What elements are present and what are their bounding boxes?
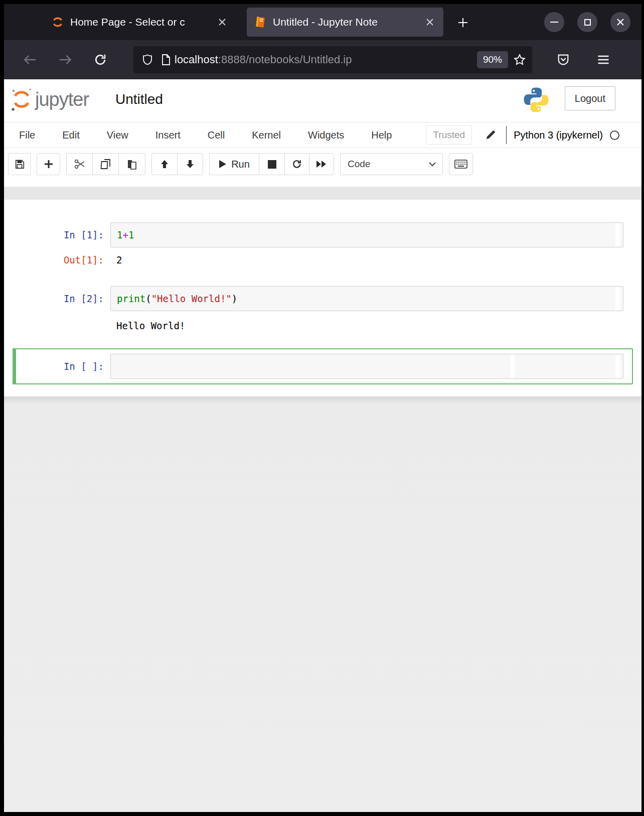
kernel-name: Python 3 (ipykernel) xyxy=(514,129,603,141)
code-editor-empty[interactable] xyxy=(110,354,623,379)
code-token: ) xyxy=(232,293,237,304)
tab-title: Home Page - Select or c xyxy=(70,16,216,28)
browser-nav-toolbar: localhost:8888/notebooks/Untitled.ip 90% xyxy=(4,40,641,79)
plus-icon xyxy=(44,159,54,169)
page-background-gap xyxy=(4,187,641,200)
jupyter-header: jupyter Untitled Logout xyxy=(4,79,641,122)
jupyter-toolbar: Run Code xyxy=(4,148,641,187)
scissors-icon xyxy=(74,158,86,170)
code-token: "Hello World!" xyxy=(151,293,232,304)
maximize-icon[interactable] xyxy=(577,12,597,32)
save-icon xyxy=(14,159,25,170)
code-editor[interactable]: print("Hello World!") xyxy=(110,286,623,311)
interrupt-kernel-button[interactable] xyxy=(259,153,285,175)
page-icon[interactable] xyxy=(160,54,172,66)
move-cell-up-button[interactable] xyxy=(151,153,178,175)
jupyter-menubar: File Edit View Insert Cell Kernel Widget… xyxy=(4,122,641,148)
bookmark-star-icon[interactable] xyxy=(513,53,526,66)
url-text[interactable]: localhost:8888/notebooks/Untitled.ip xyxy=(175,53,474,66)
arrow-up-icon xyxy=(159,159,170,169)
window-controls xyxy=(544,12,630,32)
tab-close-icon[interactable] xyxy=(216,16,229,29)
code-token: 1 xyxy=(128,229,134,240)
notebook-container: In [1]: 1+1 Out[1]: 2 In [2]: print("Hel… xyxy=(4,200,641,396)
close-icon[interactable] xyxy=(610,12,630,32)
kernel-idle-icon xyxy=(610,130,619,140)
tab-home-page[interactable]: Home Page - Select or c xyxy=(44,8,236,37)
jupyter-logo-icon xyxy=(10,87,33,112)
output-value: 2 xyxy=(110,253,122,266)
url-host: localhost xyxy=(175,53,218,66)
cell-input-row: In [2]: print("Hello World!") xyxy=(14,286,623,311)
stream-output: Hello World! xyxy=(110,319,185,332)
tab-untitled-notebook[interactable]: Untitled - Jupyter Note xyxy=(247,8,443,37)
menu-cell[interactable]: Cell xyxy=(208,129,225,141)
restart-icon xyxy=(291,159,302,170)
run-button[interactable]: Run xyxy=(209,153,259,175)
zoom-level-badge[interactable]: 90% xyxy=(477,51,508,68)
menu-help[interactable]: Help xyxy=(371,129,392,141)
restart-kernel-button[interactable] xyxy=(284,153,309,175)
browser-window: Home Page - Select or c Untitled - Jupyt… xyxy=(4,4,641,812)
output-prompt: Out[1]: xyxy=(14,253,110,266)
restart-run-all-button[interactable] xyxy=(309,153,334,175)
python-logo-icon xyxy=(522,85,550,114)
code-cell-1[interactable]: In [1]: 1+1 Out[1]: 2 xyxy=(13,217,633,272)
minimize-icon[interactable] xyxy=(544,12,564,32)
tab-close-icon[interactable] xyxy=(423,16,436,29)
menu-edit[interactable]: Edit xyxy=(62,129,79,141)
url-bar[interactable]: localhost:8888/notebooks/Untitled.ip 90% xyxy=(133,46,532,73)
play-icon xyxy=(219,160,227,169)
stop-icon xyxy=(268,160,276,169)
paste-icon xyxy=(126,158,138,170)
code-editor[interactable]: 1+1 xyxy=(110,222,623,247)
cell-input-row: In [ ]: xyxy=(14,354,623,379)
code-cell-3-selected[interactable]: In [ ]: xyxy=(13,348,633,384)
divider xyxy=(506,126,507,144)
menu-view[interactable]: View xyxy=(107,129,128,141)
reload-icon[interactable] xyxy=(89,49,111,71)
cell-input-row: In [1]: 1+1 xyxy=(14,222,623,247)
new-tab-icon[interactable] xyxy=(454,14,471,31)
cell-output-row: Out[1]: 2 xyxy=(14,253,623,266)
url-path: :8888/notebooks/Untitled.ip xyxy=(218,53,352,66)
command-palette-button[interactable] xyxy=(449,153,473,175)
add-cell-button[interactable] xyxy=(37,153,60,175)
cut-cell-button[interactable] xyxy=(66,153,93,175)
keyboard-icon xyxy=(454,160,467,169)
save-button[interactable] xyxy=(8,153,31,175)
code-cell-2[interactable]: In [2]: print("Hello World!") Hello Worl… xyxy=(13,281,633,338)
menu-hamburger-icon[interactable] xyxy=(592,49,614,71)
notebook-title[interactable]: Untitled xyxy=(115,91,163,107)
code-token: print xyxy=(117,293,145,304)
copy-cells-button[interactable] xyxy=(92,153,119,175)
menu-widgets[interactable]: Widgets xyxy=(308,129,344,141)
back-icon[interactable] xyxy=(19,49,41,71)
jupyter-favicon-icon xyxy=(51,16,64,29)
code-token: + xyxy=(122,229,128,240)
copy-icon xyxy=(100,158,112,170)
menu-insert[interactable]: Insert xyxy=(155,129,181,141)
text-cursor xyxy=(510,355,515,378)
tab-title: Untitled - Jupyter Note xyxy=(273,16,423,28)
edit-pencil-icon[interactable] xyxy=(483,129,498,141)
input-prompt: In [2]: xyxy=(14,286,110,305)
move-cell-down-button[interactable] xyxy=(177,153,203,175)
jupyter-logo[interactable]: jupyter xyxy=(10,87,89,112)
menu-kernel[interactable]: Kernel xyxy=(252,129,281,141)
cell-output-row: Hello World! xyxy=(14,319,623,332)
fast-forward-icon xyxy=(316,160,327,168)
shield-icon[interactable] xyxy=(141,54,153,66)
cell-type-dropdown[interactable]: Code xyxy=(340,153,443,175)
pocket-icon[interactable] xyxy=(552,49,574,71)
paste-cells-button[interactable] xyxy=(118,153,145,175)
code-token: ( xyxy=(145,293,151,304)
arrow-down-icon xyxy=(185,159,195,169)
trusted-badge[interactable]: Trusted xyxy=(426,125,472,145)
chevron-down-icon xyxy=(428,162,436,167)
logout-button[interactable]: Logout xyxy=(565,86,615,110)
output-prompt-spacer xyxy=(14,319,110,332)
jupyter-logo-text: jupyter xyxy=(35,87,89,111)
forward-icon[interactable] xyxy=(54,49,76,71)
menu-file[interactable]: File xyxy=(19,129,35,141)
